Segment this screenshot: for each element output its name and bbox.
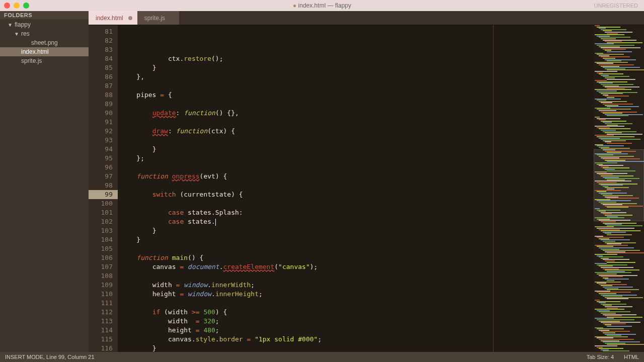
code-line[interactable]: case states. bbox=[121, 217, 594, 226]
code-line[interactable] bbox=[121, 272, 594, 281]
line-number[interactable]: 103 bbox=[89, 226, 113, 235]
line-number[interactable]: 102 bbox=[89, 217, 113, 226]
code-line[interactable] bbox=[121, 81, 594, 90]
dirty-dot-icon: ● bbox=[293, 2, 296, 9]
status-syntax[interactable]: HTML bbox=[624, 354, 639, 360]
folder-item[interactable]: ▼flappy bbox=[0, 20, 89, 29]
code-area[interactable]: ctx.restore(); } }, pipes = { update: fu… bbox=[118, 25, 594, 352]
line-number[interactable]: 101 bbox=[89, 208, 113, 217]
line-number[interactable]: 114 bbox=[89, 326, 113, 335]
file-item[interactable]: sprite.js bbox=[0, 56, 89, 65]
code-line[interactable]: if (width >= 500) { bbox=[121, 308, 594, 317]
line-number[interactable]: 107 bbox=[89, 262, 113, 272]
line-number[interactable]: 113 bbox=[89, 317, 113, 326]
tree-item-label: index.html bbox=[21, 48, 49, 55]
line-number[interactable]: 88 bbox=[89, 90, 113, 100]
code-line[interactable] bbox=[121, 118, 594, 127]
sidebar-header: FOLDERS bbox=[0, 11, 89, 19]
line-number[interactable]: 97 bbox=[89, 172, 113, 181]
main-row: FOLDERS ▼flappy▼ressheet.pngindex.htmlsp… bbox=[0, 11, 644, 352]
folder-tree: ▼flappy▼ressheet.pngindex.htmlsprite.js bbox=[0, 19, 89, 66]
editor: index.htmlsprite.js 81828384858687888990… bbox=[89, 11, 644, 352]
line-number[interactable]: 96 bbox=[89, 163, 113, 172]
code-line[interactable]: } bbox=[121, 63, 594, 72]
line-gutter: 8182838485868788899091929394959697989910… bbox=[89, 25, 118, 352]
line-number[interactable]: 99 bbox=[89, 190, 118, 199]
line-number[interactable]: 94 bbox=[89, 145, 113, 154]
file-tab[interactable]: sprite.js bbox=[137, 11, 179, 25]
file-item[interactable]: sheet.png bbox=[0, 38, 89, 47]
line-number[interactable]: 87 bbox=[89, 81, 113, 90]
line-number[interactable]: 100 bbox=[89, 199, 113, 208]
file-tab[interactable]: index.html bbox=[89, 11, 137, 25]
line-number[interactable]: 81 bbox=[89, 27, 113, 36]
line-number[interactable]: 82 bbox=[89, 36, 113, 45]
code-line[interactable]: draw: function(ctx) { bbox=[121, 127, 594, 136]
code-line[interactable]: switch (currentstate) { bbox=[121, 190, 594, 199]
code-line[interactable]: function onpress(evt) { bbox=[121, 172, 594, 181]
line-number[interactable]: 85 bbox=[89, 63, 113, 72]
code-line[interactable] bbox=[121, 181, 594, 190]
line-number[interactable]: 112 bbox=[89, 308, 113, 317]
file-item[interactable]: index.html bbox=[0, 47, 89, 56]
code-line[interactable]: } bbox=[121, 344, 594, 352]
title-text: index.html — flappy bbox=[298, 2, 351, 9]
code-line[interactable]: update: function() {}, bbox=[121, 109, 594, 118]
code-line[interactable] bbox=[121, 100, 594, 109]
line-number[interactable]: 83 bbox=[89, 45, 113, 54]
column-ruler bbox=[493, 25, 494, 352]
code-line[interactable]: } bbox=[121, 226, 594, 235]
line-number[interactable]: 84 bbox=[89, 54, 113, 63]
line-number[interactable]: 111 bbox=[89, 299, 113, 308]
code-line[interactable] bbox=[121, 299, 594, 308]
code-line[interactable] bbox=[121, 163, 594, 172]
dirty-dot-icon bbox=[128, 16, 132, 20]
code-line[interactable]: canvas.style.border = "1px solid #000"; bbox=[121, 335, 594, 344]
status-mode[interactable]: INSERT MODE, Line 99, Column 21 bbox=[5, 354, 95, 360]
tree-item-label: sprite.js bbox=[21, 57, 42, 64]
code-line[interactable]: case states.Splash: bbox=[121, 208, 594, 217]
tab-label: index.html bbox=[96, 15, 123, 22]
code-line[interactable]: canvas = document.createElement("canvas"… bbox=[121, 262, 594, 272]
sidebar: FOLDERS ▼flappy▼ressheet.pngindex.htmlsp… bbox=[0, 11, 89, 352]
line-number[interactable]: 104 bbox=[89, 235, 113, 244]
code-line[interactable]: width = window.innerWidth; bbox=[121, 281, 594, 290]
code-line[interactable] bbox=[121, 199, 594, 208]
code-line[interactable]: height = window.innerHeight; bbox=[121, 290, 594, 299]
line-number[interactable]: 95 bbox=[89, 154, 113, 163]
line-number[interactable]: 116 bbox=[89, 344, 113, 353]
code-line[interactable] bbox=[121, 136, 594, 145]
line-number[interactable]: 98 bbox=[89, 181, 113, 190]
code-line[interactable]: width = 320; bbox=[121, 317, 594, 326]
code-line[interactable]: height = 480; bbox=[121, 326, 594, 335]
maximize-icon[interactable] bbox=[23, 3, 29, 9]
minimize-icon[interactable] bbox=[14, 3, 20, 9]
line-number[interactable]: 91 bbox=[89, 118, 113, 127]
code-line[interactable]: pipes = { bbox=[121, 90, 594, 100]
editor-body: 8182838485868788899091929394959697989910… bbox=[89, 25, 644, 352]
line-number[interactable]: 92 bbox=[89, 127, 113, 136]
code-line[interactable]: } bbox=[121, 235, 594, 244]
line-number[interactable]: 89 bbox=[89, 100, 113, 109]
minimap[interactable] bbox=[594, 25, 644, 352]
code-line[interactable] bbox=[121, 244, 594, 253]
line-number[interactable]: 90 bbox=[89, 109, 113, 118]
code-line[interactable]: function main() { bbox=[121, 253, 594, 262]
code-line[interactable]: ctx.restore(); bbox=[121, 54, 594, 63]
line-number[interactable]: 110 bbox=[89, 290, 113, 299]
close-icon[interactable] bbox=[4, 3, 10, 9]
line-number[interactable]: 86 bbox=[89, 72, 113, 81]
folder-item[interactable]: ▼res bbox=[0, 29, 89, 38]
line-number[interactable]: 93 bbox=[89, 136, 113, 145]
line-number[interactable]: 115 bbox=[89, 335, 113, 344]
code-line[interactable]: }; bbox=[121, 154, 594, 163]
chevron-down-icon: ▼ bbox=[8, 22, 13, 28]
line-number[interactable]: 105 bbox=[89, 244, 113, 253]
tree-item-label: sheet.png bbox=[31, 39, 58, 46]
code-line[interactable]: }, bbox=[121, 72, 594, 81]
line-number[interactable]: 106 bbox=[89, 253, 113, 262]
status-tabsize[interactable]: Tab Size: 4 bbox=[587, 354, 614, 360]
line-number[interactable]: 108 bbox=[89, 272, 113, 281]
code-line[interactable]: } bbox=[121, 145, 594, 154]
line-number[interactable]: 109 bbox=[89, 281, 113, 290]
